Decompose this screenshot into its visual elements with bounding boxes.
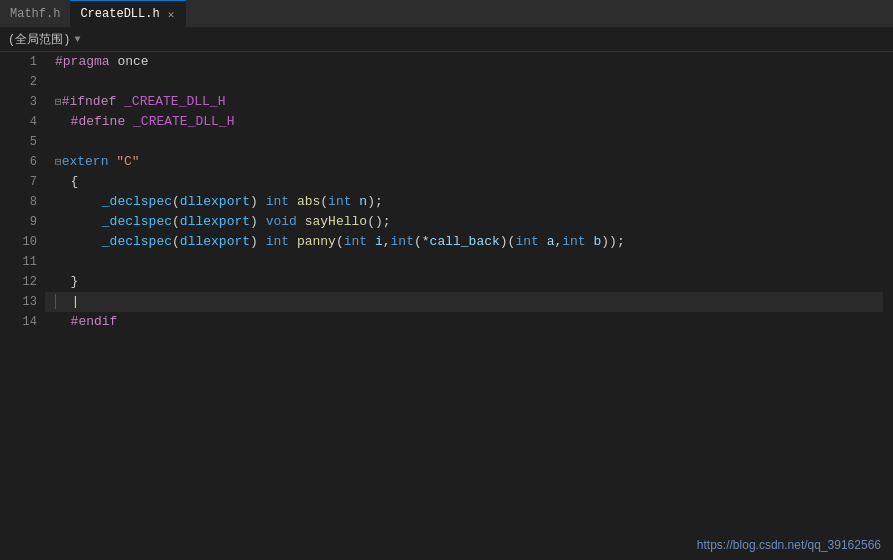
watermark: https://blog.csdn.net/qq_39162566	[697, 538, 881, 552]
pragma-keyword: #pragma	[55, 54, 110, 69]
code-line-14: #endif	[45, 312, 883, 332]
table-row: 10 _declspec(dllexport) int panny(int i,…	[0, 232, 883, 252]
code-line-5	[45, 132, 883, 152]
table-row: 3 ⊟#ifndef _CREATE_DLL_H	[0, 92, 883, 112]
code-line-9: _declspec(dllexport) void sayHello();	[45, 212, 883, 232]
tab-mathf-label: Mathf.h	[10, 7, 60, 21]
line-number: 4	[0, 112, 45, 132]
collapse-icon-2[interactable]: ⊟	[55, 156, 62, 168]
tab-mathf[interactable]: Mathf.h	[0, 0, 70, 27]
code-line-11	[45, 252, 883, 272]
breadcrumb-dropdown[interactable]: (全局范围) ▼	[8, 31, 80, 48]
table-row: 2	[0, 72, 883, 92]
line-number: 1	[0, 52, 45, 72]
code-line-2	[45, 72, 883, 92]
tab-createdll-label: CreateDLL.h	[80, 7, 159, 21]
tab-bar: Mathf.h CreateDLL.h ✕	[0, 0, 893, 28]
tab-createdll[interactable]: CreateDLL.h ✕	[70, 0, 186, 27]
table-row: 12 }	[0, 272, 883, 292]
table-row: 14 #endif	[0, 312, 883, 332]
table-row: 6 ⊟extern "C"	[0, 152, 883, 172]
line-number: 10	[0, 232, 45, 252]
collapse-icon[interactable]: ⊟	[55, 96, 62, 108]
line-number: 11	[0, 252, 45, 272]
code-line-3: ⊟#ifndef _CREATE_DLL_H	[45, 92, 883, 112]
line-number: 7	[0, 172, 45, 192]
breadcrumb-text: (全局范围)	[8, 31, 70, 48]
line-number: 5	[0, 132, 45, 152]
code-line-13: |	[45, 292, 883, 312]
tab-close-icon[interactable]: ✕	[166, 7, 177, 22]
breadcrumb-chevron-icon: ▼	[74, 34, 80, 45]
table-row: 9 _declspec(dllexport) void sayHello();	[0, 212, 883, 232]
table-row: 1 #pragma once	[0, 52, 883, 72]
table-row: 5	[0, 132, 883, 152]
code-line-10: _declspec(dllexport) int panny(int i,int…	[45, 232, 883, 252]
scrollbar[interactable]	[883, 52, 893, 560]
line-number: 2	[0, 72, 45, 92]
code-line-8: _declspec(dllexport) int abs(int n);	[45, 192, 883, 212]
table-row: 11	[0, 252, 883, 272]
table-row: 7 {	[0, 172, 883, 192]
line-number: 8	[0, 192, 45, 212]
code-line-4: #define _CREATE_DLL_H	[45, 112, 883, 132]
line-number: 12	[0, 272, 45, 292]
line-number: 13	[0, 292, 45, 312]
code-line-6: ⊟extern "C"	[45, 152, 883, 172]
table-row: 8 _declspec(dllexport) int abs(int n);	[0, 192, 883, 212]
editor-area: 1 #pragma once 2 3 ⊟#ifndef _CREATE_DLL_…	[0, 52, 893, 560]
line-number: 9	[0, 212, 45, 232]
breadcrumb-bar: (全局范围) ▼	[0, 28, 893, 52]
table-row: 13 |	[0, 292, 883, 312]
line-number: 6	[0, 152, 45, 172]
code-line-1: #pragma once	[45, 52, 883, 72]
code-line-12: }	[45, 272, 883, 292]
table-row: 4 #define _CREATE_DLL_H	[0, 112, 883, 132]
code-line-7: {	[45, 172, 883, 192]
line-number: 14	[0, 312, 45, 332]
line-number: 3	[0, 92, 45, 112]
